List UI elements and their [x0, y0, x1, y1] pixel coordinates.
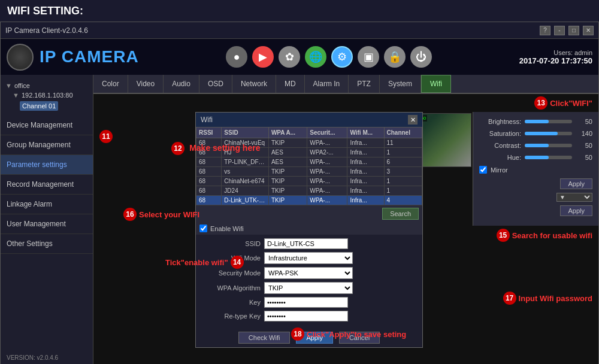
camera-icon-btn[interactable]: ●: [226, 46, 247, 68]
power-icon-btn[interactable]: ⏻: [410, 46, 432, 68]
wifi-mode-row: Wifi Mode Infrastructure: [201, 252, 418, 264]
cell-wpa: TKIP: [268, 196, 307, 205]
sidebar-item-device-management[interactable]: Device Management: [1, 116, 93, 135]
camera-area: 2017-07-20 17:37:50 Brightness: 50 Satur…: [93, 94, 598, 364]
sidebar-item-linkage-alarm[interactable]: Linkage Alarm: [1, 195, 93, 214]
mirror-row: Mirror: [479, 166, 592, 174]
contrast-slider[interactable]: [525, 144, 572, 147]
col-ssid: SSID: [222, 128, 269, 138]
tab-color[interactable]: Color: [93, 75, 128, 93]
cell-rssi: 68: [196, 196, 222, 205]
cell-wpa: TKIP: [268, 186, 307, 196]
brightness-slider[interactable]: [525, 120, 572, 123]
search-wifi-button[interactable]: Search: [382, 208, 419, 220]
search-btn-row: Search: [196, 205, 422, 222]
banner-text: WIFI SETTING:: [7, 5, 83, 17]
check-wifi-button[interactable]: Check Wifi: [238, 332, 291, 344]
saturation-label: Saturation:: [479, 130, 521, 137]
apply-wifi-button[interactable]: Apply: [296, 332, 333, 344]
key-input[interactable]: [264, 297, 348, 308]
cell-ssid: vs: [222, 167, 269, 177]
tab-network[interactable]: Network: [232, 75, 276, 93]
cell-rssi: 68: [196, 138, 222, 148]
close-button[interactable]: ✕: [583, 26, 594, 35]
tree-channel[interactable]: Channel 01: [3, 100, 90, 112]
tab-system[interactable]: System: [380, 75, 421, 93]
tree-ip[interactable]: ▼ 192.168.1.103:80: [3, 90, 90, 100]
cell-wpa: AES: [268, 148, 307, 157]
mirror-checkbox[interactable]: [479, 166, 487, 174]
brightness-value: 50: [576, 118, 592, 125]
wifi-network-row[interactable]: 68 JD24 TKIP WPA-... Infra... 1: [196, 186, 422, 196]
datetime-display: 2017-07-20 17:37:50: [519, 56, 592, 65]
sidebar-item-user-management[interactable]: User Management: [1, 214, 93, 234]
wifi-network-row[interactable]: 68 HJ AES WPA2-... Infra... 1: [196, 148, 422, 157]
lock-icon-btn[interactable]: 🔒: [384, 46, 406, 68]
tab-wifi[interactable]: Wifi: [421, 75, 451, 93]
right-panel: Color Video Audio OSD Network MD Alarm I…: [93, 75, 598, 364]
tab-ptz[interactable]: PTZ: [349, 75, 380, 93]
cell-channel: 1: [384, 148, 422, 157]
retype-key-input[interactable]: [264, 311, 348, 321]
enable-wifi-checkbox[interactable]: [199, 225, 207, 232]
sidebar-item-parameter-settings[interactable]: Parameter settings: [1, 155, 93, 175]
globe-icon-btn[interactable]: 🌐: [305, 46, 326, 68]
wifi-network-table: RSSI SSID WPA A... Securit... Wifi M... …: [196, 127, 422, 205]
brightness-label: Brightness:: [479, 118, 521, 125]
wpa-algorithm-row: WPA Algorithm TKIP: [201, 282, 418, 294]
apply-button-1[interactable]: Apply: [560, 178, 592, 189]
help-button[interactable]: ?: [540, 26, 550, 35]
settings-icon-btn[interactable]: ⚙: [331, 46, 353, 68]
tab-osd[interactable]: OSD: [199, 75, 232, 93]
cancel-wifi-button[interactable]: Cancel: [339, 332, 380, 344]
steer-icon-btn[interactable]: ✿: [279, 46, 300, 68]
col-security: Securit...: [307, 128, 347, 138]
annotation-11: 11: [99, 130, 115, 143]
saturation-row: Saturation: 140: [479, 130, 592, 137]
security-mode-select[interactable]: WPA-PSK: [264, 267, 353, 279]
wpa-algorithm-select[interactable]: TKIP: [264, 282, 353, 294]
cell-rssi: 68: [196, 186, 222, 196]
saturation-value: 140: [576, 130, 592, 137]
play-icon-btn[interactable]: ▶: [252, 46, 274, 68]
sidebar-item-group-management[interactable]: Group Management: [1, 135, 93, 155]
enable-wifi-row: Enable Wifi: [196, 222, 422, 235]
hue-slider[interactable]: [525, 156, 572, 159]
wifi-network-row[interactable]: 68 TP-LINK_DF2D AES WPA-... Infra... 6: [196, 157, 422, 167]
brightness-row: Brightness: 50: [479, 118, 592, 125]
wifi-network-row[interactable]: 68 vs TKIP WPA-... Infra... 3: [196, 167, 422, 177]
wifi-buttons-row: Check Wifi Apply Cancel: [196, 328, 422, 347]
annotation-15: 15 Search for usable wifi: [497, 229, 592, 242]
dropdown-select-1[interactable]: ▼: [556, 193, 592, 202]
cell-wpa: TKIP: [268, 167, 307, 177]
sidebar: ▼ office ▼ 192.168.1.103:80 Channel 01 D…: [1, 75, 93, 364]
cell-mode: Infra...: [347, 186, 384, 196]
tab-alarm-in[interactable]: Alarm In: [305, 75, 349, 93]
wifi-mode-select[interactable]: Infrastructure: [264, 252, 353, 264]
apply-button-2[interactable]: Apply: [560, 205, 592, 216]
sidebar-item-record-management[interactable]: Record Management: [1, 175, 93, 195]
ssid-input[interactable]: [264, 238, 348, 249]
wifi-network-row[interactable]: 68 D-Link_UTK-CS TKIP WPA-... Infra... 4: [196, 196, 422, 205]
sidebar-item-other-settings[interactable]: Other Settings: [1, 234, 93, 254]
minimize-button[interactable]: -: [554, 26, 565, 35]
tab-md[interactable]: MD: [276, 75, 305, 93]
saturation-slider[interactable]: [525, 132, 572, 135]
rec-icon-btn[interactable]: ▣: [358, 46, 379, 68]
top-banner: WIFI SETTING:: [0, 0, 599, 22]
tree-root-label: office: [14, 82, 30, 89]
cell-security: WPA-...: [307, 196, 347, 205]
tree-root[interactable]: ▼ office: [3, 81, 90, 90]
ssid-row: SSID: [201, 238, 418, 249]
wifi-title-text: Wifi: [201, 116, 213, 124]
cell-security: WPA-...: [307, 186, 347, 196]
wifi-close-button[interactable]: ✕: [408, 115, 418, 125]
tab-video[interactable]: Video: [128, 75, 164, 93]
hue-label: Hue:: [479, 154, 521, 161]
wifi-network-row[interactable]: 68 ChinaNet-vuEq TKIP WPA-... Infra... 1…: [196, 138, 422, 148]
col-rssi: RSSI: [196, 128, 222, 138]
wifi-network-row[interactable]: 68 ChinaNet-e674 TKIP WPA-... Infra... 1: [196, 177, 422, 186]
maximize-button[interactable]: □: [568, 26, 579, 35]
tab-audio[interactable]: Audio: [164, 75, 199, 93]
tree-channel-label: Channel 01: [20, 101, 58, 111]
